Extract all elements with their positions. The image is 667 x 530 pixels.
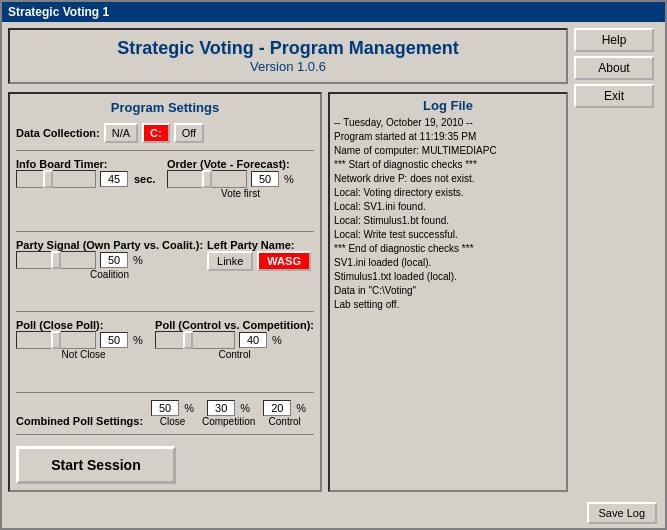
log-content: -- Tuesday, October 19, 2010 -- Program … [334, 116, 562, 486]
poll-close-control-row: 50 % [16, 331, 151, 349]
poll-control-value: 40 [239, 332, 267, 348]
bottom-bar: Save Log [2, 498, 665, 528]
poll-control-unit: % [272, 334, 282, 346]
combined-competition-value-row: 30 % [207, 400, 250, 416]
left-panel: Strategic Voting - Program Management Ve… [8, 28, 568, 492]
title-bar: Strategic Voting 1 [2, 2, 665, 22]
poll-control-label: Poll (Control vs. Competition): [155, 319, 314, 331]
party-signal-unit: % [133, 254, 143, 266]
data-collection-off-button[interactable]: Off [174, 123, 204, 143]
right-panel: Help About Exit [574, 28, 659, 492]
poll-close-unit: % [133, 334, 143, 346]
content-area: Program Settings Data Collection: N/A C:… [8, 92, 568, 492]
combined-close-col: 50 % Close [151, 400, 194, 427]
combined-close-label: Close [160, 416, 186, 427]
divider5 [16, 434, 314, 435]
party-signal-control-row: 50 % [16, 251, 203, 269]
save-log-button[interactable]: Save Log [587, 502, 657, 524]
order-label-row: Order (Vote - Forecast): [167, 158, 314, 170]
data-collection-row: Data Collection: N/A C: Off [16, 123, 314, 143]
combined-competition-label: Competition [202, 416, 255, 427]
combined-control-label: Control [269, 416, 301, 427]
party-row: Party Signal (Own Party vs. Coalit.): 50… [16, 239, 314, 305]
order-label: Order (Vote - Forecast): [167, 158, 290, 170]
order-value: 50 [251, 171, 279, 187]
timer-value: 45 [100, 171, 128, 187]
data-collection-label: Data Collection: [16, 127, 100, 139]
start-session-container: Start Session [16, 442, 314, 484]
divider4 [16, 392, 314, 393]
settings-panel: Program Settings Data Collection: N/A C:… [8, 92, 322, 492]
combined-control-pct: % [296, 402, 306, 414]
combined-close-value-row: 50 % [151, 400, 194, 416]
combined-control-value-row: 20 % [263, 400, 306, 416]
wasg-button[interactable]: WASG [257, 251, 311, 271]
poll-close-label: Poll (Close Poll): [16, 319, 103, 331]
order-control-row: 50 % [167, 170, 314, 188]
poll-close-section: Poll (Close Poll): 50 % Not Close [16, 319, 151, 385]
poll-control-section: Poll (Control vs. Competition): 40 % Con… [155, 319, 314, 385]
poll-close-sub: Not Close [16, 349, 151, 360]
start-session-button[interactable]: Start Session [16, 446, 176, 484]
timer-control-row: 45 sec. [16, 170, 163, 188]
log-panel: Log File -- Tuesday, October 19, 2010 --… [328, 92, 568, 492]
poll-control-sub: Control [155, 349, 314, 360]
log-title: Log File [334, 98, 562, 113]
timer-unit: sec. [134, 173, 155, 185]
combined-control-value: 20 [263, 400, 291, 416]
poll-row: Poll (Close Poll): 50 % Not Close P [16, 319, 314, 385]
combined-competition-col: 30 % Competition [202, 400, 255, 427]
timer-slider[interactable] [16, 170, 96, 188]
party-signal-value: 50 [100, 252, 128, 268]
party-signal-label-row: Party Signal (Own Party vs. Coalit.): [16, 239, 203, 251]
app-title: Strategic Voting - Program Management [18, 38, 558, 59]
data-collection-na-button[interactable]: N/A [104, 123, 138, 143]
timer-section: Info Board Timer: 45 sec. [16, 158, 163, 224]
left-party-label: Left Party Name: [207, 239, 294, 251]
combined-row: Combined Poll Settings: 50 % Close 30 [16, 400, 314, 427]
divider3 [16, 311, 314, 312]
main-window: Strategic Voting 1 Strategic Voting - Pr… [0, 0, 667, 530]
combined-close-pct: % [184, 402, 194, 414]
main-area: Strategic Voting - Program Management Ve… [2, 22, 665, 498]
combined-close-value: 50 [151, 400, 179, 416]
poll-control-label-row: Poll (Control vs. Competition): [155, 319, 314, 331]
help-button[interactable]: Help [574, 28, 654, 52]
data-collection-c-button[interactable]: C: [142, 123, 170, 143]
party-signal-label: Party Signal (Own Party vs. Coalit.): [16, 239, 203, 251]
window-title: Strategic Voting 1 [8, 5, 109, 19]
party-signal-slider[interactable] [16, 251, 96, 269]
party-signal-section: Party Signal (Own Party vs. Coalit.): 50… [16, 239, 203, 305]
app-version: Version 1.0.6 [18, 59, 558, 74]
order-section: Order (Vote - Forecast): 50 % Vote first [167, 158, 314, 224]
timer-label-row: Info Board Timer: [16, 158, 163, 170]
poll-close-value: 50 [100, 332, 128, 348]
left-party-buttons-row: Linke WASG [207, 251, 314, 271]
order-slider[interactable] [167, 170, 247, 188]
divider1 [16, 150, 314, 151]
poll-close-label-row: Poll (Close Poll): [16, 319, 151, 331]
poll-control-control-row: 40 % [155, 331, 314, 349]
left-party-label-row: Left Party Name: [207, 239, 314, 251]
left-party-section: Left Party Name: Linke WASG [207, 239, 314, 305]
about-button[interactable]: About [574, 56, 654, 80]
linke-button[interactable]: Linke [207, 251, 253, 271]
header-box: Strategic Voting - Program Management Ve… [8, 28, 568, 84]
combined-control-col: 20 % Control [263, 400, 306, 427]
divider2 [16, 231, 314, 232]
poll-close-slider[interactable] [16, 331, 96, 349]
order-unit: % [284, 173, 294, 185]
combined-competition-value: 30 [207, 400, 235, 416]
poll-control-slider[interactable] [155, 331, 235, 349]
exit-button[interactable]: Exit [574, 84, 654, 108]
combined-label: Combined Poll Settings: [16, 415, 143, 427]
party-signal-sub: Coalition [16, 269, 203, 280]
combined-competition-pct: % [240, 402, 250, 414]
settings-title: Program Settings [16, 100, 314, 115]
timer-order-row: Info Board Timer: 45 sec. Order (Vote - … [16, 158, 314, 224]
timer-label: Info Board Timer: [16, 158, 107, 170]
order-sub: Vote first [167, 188, 314, 199]
